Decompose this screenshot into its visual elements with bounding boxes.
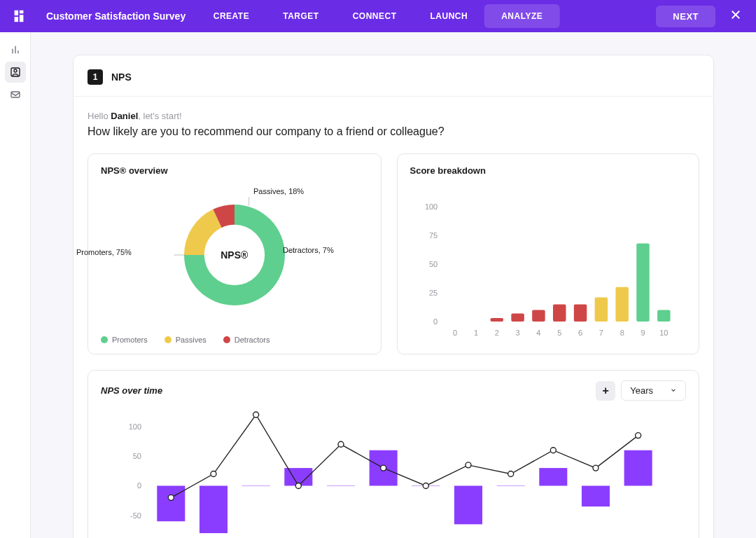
- svg-point-62: [253, 412, 259, 418]
- close-button[interactable]: [727, 6, 745, 27]
- svg-text:50: 50: [429, 260, 438, 268]
- svg-rect-40: [242, 485, 270, 486]
- svg-text:0: 0: [433, 317, 438, 326]
- svg-rect-13: [490, 318, 503, 322]
- svg-text:50: 50: [133, 452, 141, 460]
- svg-rect-15: [511, 314, 524, 322]
- svg-rect-50: [454, 485, 482, 524]
- svg-point-63: [295, 483, 301, 488]
- detractors-label: Detractors, 7%: [283, 246, 334, 254]
- svg-point-65: [381, 465, 386, 471]
- svg-rect-58: [624, 450, 652, 486]
- svg-text:9: 9: [640, 329, 645, 337]
- svg-rect-29: [657, 310, 670, 322]
- svg-point-1: [14, 69, 17, 72]
- svg-rect-44: [327, 485, 355, 486]
- overview-panel: NPS® overview NPS® Promoters, 75% Passiv…: [88, 153, 382, 354]
- svg-rect-23: [594, 298, 607, 322]
- breakdown-title: Score breakdown: [410, 165, 686, 176]
- tab-connect[interactable]: CONNECT: [336, 4, 414, 28]
- svg-point-60: [168, 495, 174, 500]
- question-text: How likely are you to recommend our comp…: [88, 125, 699, 138]
- add-button[interactable]: +: [596, 381, 615, 401]
- breakdown-panel: Score breakdown 0255075100012345678910: [397, 153, 699, 354]
- sidebar-item-mail[interactable]: [5, 84, 26, 105]
- time-title: NPS over time: [101, 385, 596, 396]
- tab-analyze[interactable]: ANALYZE: [484, 4, 559, 28]
- svg-text:7: 7: [598, 329, 603, 337]
- time-panel: NPS over time + Years -100-50050100JanFe…: [88, 370, 699, 538]
- tab-create[interactable]: CREATE: [197, 4, 266, 28]
- sidebar-item-charts[interactable]: [5, 39, 26, 60]
- svg-text:1: 1: [473, 329, 477, 337]
- nav-tabs: CREATE TARGET CONNECT LAUNCH ANALYZE: [197, 4, 560, 28]
- promoters-label: Promoters, 75%: [76, 248, 132, 256]
- svg-text:2: 2: [494, 329, 498, 337]
- svg-rect-38: [200, 485, 227, 533]
- svg-text:4: 4: [536, 329, 540, 337]
- legend-passives: Passives: [164, 336, 206, 344]
- passives-label: Passives, 18%: [253, 187, 304, 195]
- svg-point-66: [423, 483, 428, 488]
- svg-rect-54: [539, 468, 567, 485]
- question-greeting: Hello Daniel, let's start!: [88, 111, 699, 121]
- sidebar-item-responses[interactable]: [5, 62, 26, 83]
- svg-point-67: [465, 462, 471, 468]
- svg-text:0: 0: [453, 329, 457, 337]
- survey-title: Customer Satisfaction Survey: [46, 11, 186, 22]
- app-logo[interactable]: [11, 8, 27, 24]
- svg-text:3: 3: [515, 329, 519, 337]
- svg-rect-2: [11, 92, 20, 97]
- question-number: 1: [88, 69, 103, 85]
- svg-text:-50: -50: [130, 511, 141, 520]
- donut-center-label: NPS®: [220, 249, 248, 261]
- svg-point-68: [508, 471, 514, 477]
- svg-rect-21: [573, 304, 586, 322]
- svg-rect-27: [636, 243, 649, 322]
- svg-rect-36: [157, 485, 185, 521]
- chevron-down-icon: [670, 387, 677, 395]
- svg-point-64: [338, 441, 344, 447]
- svg-rect-56: [582, 485, 610, 506]
- svg-text:5: 5: [557, 329, 561, 337]
- svg-text:8: 8: [620, 329, 624, 337]
- svg-point-70: [593, 465, 598, 471]
- overview-title: NPS® overview: [101, 165, 368, 176]
- svg-rect-25: [615, 287, 628, 322]
- tab-launch[interactable]: LAUNCH: [414, 4, 485, 28]
- svg-rect-52: [497, 485, 525, 486]
- svg-point-69: [550, 448, 556, 453]
- svg-text:100: 100: [129, 422, 141, 431]
- svg-text:10: 10: [659, 329, 668, 337]
- legend-detractors: Detractors: [223, 336, 270, 344]
- svg-text:75: 75: [429, 231, 438, 240]
- question-type: NPS: [111, 71, 132, 83]
- period-dropdown[interactable]: Years: [621, 380, 686, 401]
- next-button[interactable]: NEXT: [656, 6, 715, 27]
- svg-text:6: 6: [578, 329, 582, 337]
- svg-text:0: 0: [137, 481, 141, 490]
- svg-text:25: 25: [429, 289, 438, 297]
- svg-point-71: [636, 433, 641, 439]
- tab-target[interactable]: TARGET: [266, 4, 335, 28]
- svg-rect-19: [553, 304, 566, 322]
- svg-rect-17: [532, 310, 545, 322]
- legend-promoters: Promoters: [101, 336, 148, 344]
- svg-text:100: 100: [424, 202, 437, 211]
- svg-point-61: [211, 471, 216, 477]
